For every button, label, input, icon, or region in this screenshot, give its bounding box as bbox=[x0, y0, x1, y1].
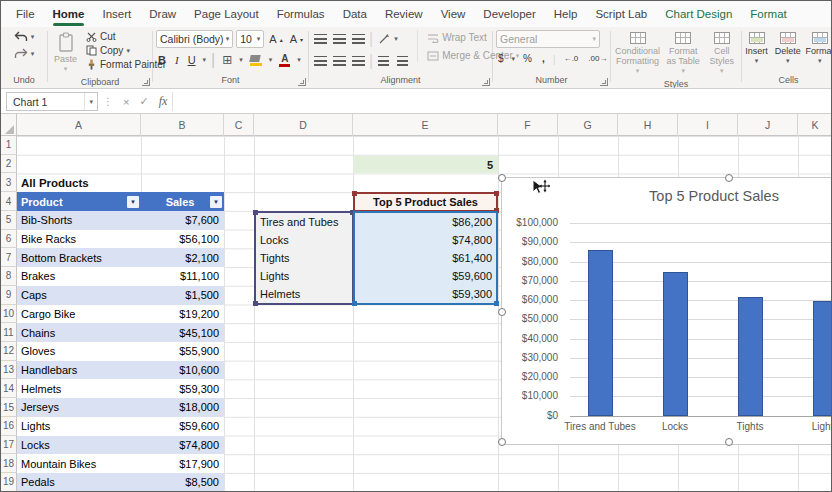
align-right-button[interactable] bbox=[350, 54, 367, 69]
table-row[interactable]: Gloves$55,900 bbox=[17, 342, 224, 361]
row-header-15[interactable]: 15 bbox=[1, 398, 17, 417]
table-row[interactable]: Handlebars$10,600 bbox=[17, 361, 224, 380]
product-cell[interactable]: Chains bbox=[17, 323, 141, 342]
product-cell[interactable]: Caps bbox=[17, 286, 141, 305]
font-color-button[interactable]: A bbox=[277, 53, 292, 68]
row-header-9[interactable]: 9 bbox=[1, 286, 17, 305]
top5-value-cell[interactable]: $61,400 bbox=[355, 249, 496, 267]
bar-locks[interactable] bbox=[663, 272, 688, 416]
undo-button[interactable]: ▾ bbox=[12, 30, 37, 44]
dialog-launcher-icon[interactable] bbox=[600, 78, 608, 86]
product-cell[interactable]: Jerseys bbox=[17, 398, 141, 417]
sales-cell[interactable]: $2,100 bbox=[141, 248, 224, 267]
product-cell[interactable]: Mountain Bikes bbox=[17, 454, 141, 473]
row-header-13[interactable]: 13 bbox=[1, 361, 17, 380]
row-header-19[interactable]: 19 bbox=[1, 473, 17, 492]
column-header-B[interactable]: B bbox=[141, 114, 224, 136]
top5-product-cell[interactable]: Locks bbox=[256, 231, 352, 249]
chevron-down-icon[interactable]: ▾ bbox=[126, 47, 130, 55]
table-row[interactable]: Mountain Bikes$17,900 bbox=[17, 454, 224, 473]
range-handle[interactable] bbox=[352, 301, 357, 306]
column-header-K[interactable]: K bbox=[798, 114, 832, 136]
sales-cell[interactable]: $59,300 bbox=[141, 379, 224, 398]
row-header-5[interactable]: 5 bbox=[1, 211, 17, 230]
row-header-10[interactable]: 10 bbox=[1, 305, 17, 324]
chevron-down-icon[interactable]: ▾ bbox=[297, 56, 301, 64]
sales-cell[interactable]: $10,600 bbox=[141, 361, 224, 380]
table-row[interactable]: Pedals$8,500 bbox=[17, 473, 224, 492]
delete-cells-button[interactable]: Delete ▾ bbox=[773, 30, 803, 68]
tab-insert[interactable]: Insert bbox=[93, 1, 140, 27]
dialog-launcher-icon[interactable] bbox=[142, 78, 150, 86]
row-header-14[interactable]: 14 bbox=[1, 379, 17, 398]
chevron-down-icon[interactable]: ▾ bbox=[269, 56, 273, 64]
shrink-font-button[interactable]: A▾ bbox=[288, 30, 305, 48]
filter-icon[interactable]: ▼ bbox=[210, 196, 222, 208]
tab-draw[interactable]: Draw bbox=[140, 1, 185, 27]
percent-format-button[interactable]: % bbox=[521, 52, 534, 65]
chevron-down-icon[interactable]: ▾ bbox=[512, 55, 516, 63]
tab-home[interactable]: Home bbox=[44, 1, 94, 27]
column-header-H[interactable]: H bbox=[618, 114, 678, 136]
table-row[interactable]: Helmets$59,300 bbox=[17, 379, 224, 398]
table-row[interactable]: Locks$74,800 bbox=[17, 436, 224, 455]
insert-cells-button[interactable]: Insert ▾ bbox=[742, 30, 771, 68]
range-handle[interactable] bbox=[352, 191, 357, 196]
filter-icon[interactable]: ▼ bbox=[127, 196, 139, 208]
range-handle[interactable] bbox=[494, 191, 499, 196]
chevron-down-icon[interactable]: ▾ bbox=[394, 35, 398, 43]
table-row[interactable]: Bike Racks$56,100 bbox=[17, 230, 224, 249]
sales-cell[interactable]: $74,800 bbox=[141, 436, 224, 455]
product-cell[interactable]: Locks bbox=[17, 436, 141, 455]
table-row[interactable]: Cargo Bike$19,200 bbox=[17, 305, 224, 324]
sales-cell[interactable]: $19,200 bbox=[141, 305, 224, 324]
name-box[interactable]: Chart 1 ▾ bbox=[6, 92, 98, 111]
top5-product-cell[interactable]: Tights bbox=[256, 249, 352, 267]
product-cell[interactable]: Lights bbox=[17, 417, 141, 436]
sales-cell[interactable]: $18,000 bbox=[141, 398, 224, 417]
font-name-combo[interactable]: Calibri (Body)▾ bbox=[156, 30, 233, 48]
top5-product-cell[interactable]: Helmets bbox=[256, 285, 352, 303]
sales-cell[interactable]: $45,100 bbox=[141, 323, 224, 342]
product-cell[interactable]: Gloves bbox=[17, 342, 141, 361]
fill-color-button[interactable] bbox=[248, 54, 264, 67]
cancel-icon[interactable]: × bbox=[118, 96, 134, 108]
product-cell[interactable]: Pedals bbox=[17, 473, 141, 492]
row-header-3[interactable]: 3 bbox=[1, 173, 17, 192]
column-header-J[interactable]: J bbox=[738, 114, 798, 136]
sales-cell[interactable]: $7,600 bbox=[141, 211, 224, 230]
tab-help[interactable]: Help bbox=[545, 1, 587, 27]
chevron-down-icon[interactable]: ▾ bbox=[203, 56, 207, 64]
table-row[interactable]: Chains$45,100 bbox=[17, 323, 224, 342]
top5-values-range[interactable]: $86,200$74,800$61,400$59,600$59,300 bbox=[353, 211, 498, 305]
table-row[interactable]: Jerseys$18,000 bbox=[17, 398, 224, 417]
chevron-down-icon[interactable]: ▾ bbox=[31, 50, 35, 58]
chart-selection-handle[interactable] bbox=[725, 438, 733, 446]
column-header-E[interactable]: E bbox=[353, 114, 498, 136]
row-header-12[interactable]: 12 bbox=[1, 342, 17, 361]
top5-product-cell[interactable]: Lights bbox=[256, 267, 352, 285]
top5-category-range[interactable]: Tires and TubesLocksTightsLightsHelmets bbox=[254, 211, 354, 305]
row-header-18[interactable]: 18 bbox=[1, 454, 17, 473]
dialog-launcher-icon[interactable] bbox=[482, 78, 490, 86]
tab-script-lab[interactable]: Script Lab bbox=[586, 1, 656, 27]
tab-format[interactable]: Format bbox=[741, 1, 795, 27]
bold-button[interactable]: B bbox=[156, 53, 168, 67]
tab-view[interactable]: View bbox=[432, 1, 475, 27]
sales-cell[interactable]: $11,100 bbox=[141, 267, 224, 286]
product-header-cell[interactable]: Product▼ bbox=[17, 192, 141, 211]
increase-decimal-button[interactable]: ←.0 bbox=[562, 53, 581, 64]
row-header-16[interactable]: 16 bbox=[1, 417, 17, 436]
products-table[interactable]: Product▼Sales▼Bib-Shorts$7,600Bike Racks… bbox=[17, 192, 224, 492]
range-handle[interactable] bbox=[253, 301, 258, 306]
formula-bar-splitter[interactable]: ⋮ bbox=[98, 96, 118, 107]
sales-cell[interactable]: $17,900 bbox=[141, 454, 224, 473]
middle-align-button[interactable] bbox=[331, 32, 348, 47]
tab-file[interactable]: File bbox=[7, 1, 44, 27]
table-row[interactable]: Bottom Brackets$2,100 bbox=[17, 248, 224, 267]
top5-product-cell[interactable]: Tires and Tubes bbox=[256, 213, 352, 231]
top5-value-cell[interactable]: $59,600 bbox=[355, 267, 496, 285]
table-row[interactable]: Lights$59,600 bbox=[17, 417, 224, 436]
column-header-D[interactable]: D bbox=[254, 114, 353, 136]
row-header-7[interactable]: 7 bbox=[1, 248, 17, 267]
